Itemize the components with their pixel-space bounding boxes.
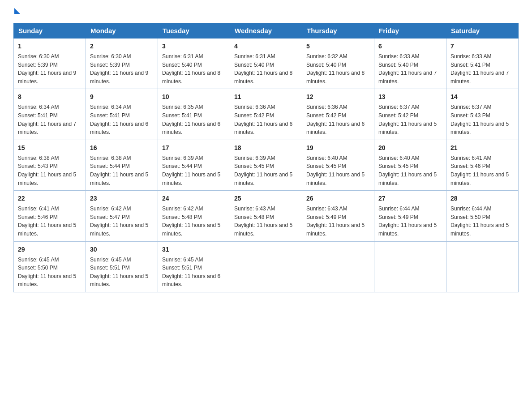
calendar-header-sunday: Sunday [14,23,86,39]
day-number: 1 [18,42,82,51]
page-header [13,9,519,15]
day-number: 16 [90,143,154,153]
day-info: Sunrise: 6:42 AMSunset: 5:47 PMDaylight:… [90,205,154,238]
calendar-week-row: 15Sunrise: 6:38 AMSunset: 5:43 PMDayligh… [14,140,519,190]
day-info: Sunrise: 6:37 AMSunset: 5:43 PMDaylight:… [450,103,514,136]
day-info: Sunrise: 6:37 AMSunset: 5:42 PMDaylight:… [378,103,442,136]
day-number: 11 [234,92,298,102]
calendar-cell: 14Sunrise: 6:37 AMSunset: 5:43 PMDayligh… [446,89,519,140]
day-number: 21 [450,143,514,153]
day-number: 25 [234,194,298,203]
calendar-header-saturday: Saturday [446,23,519,39]
day-info: Sunrise: 6:42 AMSunset: 5:48 PMDaylight:… [162,205,226,238]
calendar-cell: 11Sunrise: 6:36 AMSunset: 5:42 PMDayligh… [230,89,302,140]
calendar-header-friday: Friday [374,23,446,39]
day-info: Sunrise: 6:43 AMSunset: 5:49 PMDaylight:… [306,205,370,238]
day-number: 6 [378,42,442,51]
day-number: 23 [90,194,154,203]
day-number: 3 [162,42,226,51]
day-info: Sunrise: 6:31 AMSunset: 5:40 PMDaylight:… [234,52,298,86]
calendar-cell: 15Sunrise: 6:38 AMSunset: 5:43 PMDayligh… [14,140,86,190]
calendar-cell: 23Sunrise: 6:42 AMSunset: 5:47 PMDayligh… [86,191,158,241]
day-info: Sunrise: 6:41 AMSunset: 5:46 PMDaylight:… [450,154,514,187]
logo [13,9,20,15]
day-number: 15 [18,143,82,153]
day-info: Sunrise: 6:35 AMSunset: 5:41 PMDaylight:… [162,103,226,136]
day-number: 18 [234,143,298,153]
day-info: Sunrise: 6:45 AMSunset: 5:51 PMDaylight:… [162,256,226,289]
calendar-header-tuesday: Tuesday [158,23,230,39]
day-info: Sunrise: 6:39 AMSunset: 5:45 PMDaylight:… [234,154,298,187]
calendar-week-row: 8Sunrise: 6:34 AMSunset: 5:41 PMDaylight… [14,89,519,140]
calendar-cell: 29Sunrise: 6:45 AMSunset: 5:50 PMDayligh… [14,241,86,292]
day-info: Sunrise: 6:34 AMSunset: 5:41 PMDaylight:… [18,103,82,136]
logo-triangle-icon [14,8,20,14]
calendar-cell: 18Sunrise: 6:39 AMSunset: 5:45 PMDayligh… [230,140,302,190]
calendar-cell [302,241,374,292]
day-number: 7 [450,42,514,51]
calendar-cell: 9Sunrise: 6:34 AMSunset: 5:41 PMDaylight… [86,89,158,140]
calendar-header-thursday: Thursday [302,23,374,39]
day-number: 2 [90,42,154,51]
calendar-week-row: 29Sunrise: 6:45 AMSunset: 5:50 PMDayligh… [14,241,519,292]
day-number: 13 [378,92,442,102]
calendar-cell: 1Sunrise: 6:30 AMSunset: 5:39 PMDaylight… [14,39,86,89]
day-info: Sunrise: 6:40 AMSunset: 5:45 PMDaylight:… [306,154,370,187]
day-info: Sunrise: 6:45 AMSunset: 5:50 PMDaylight:… [18,256,82,289]
calendar-cell: 4Sunrise: 6:31 AMSunset: 5:40 PMDaylight… [230,39,302,89]
calendar-header-monday: Monday [86,23,158,39]
day-info: Sunrise: 6:32 AMSunset: 5:40 PMDaylight:… [306,52,370,86]
calendar-cell: 27Sunrise: 6:44 AMSunset: 5:49 PMDayligh… [374,191,446,241]
day-info: Sunrise: 6:30 AMSunset: 5:39 PMDaylight:… [18,52,82,86]
day-info: Sunrise: 6:36 AMSunset: 5:42 PMDaylight:… [306,103,370,136]
calendar-cell: 28Sunrise: 6:44 AMSunset: 5:50 PMDayligh… [446,191,519,241]
calendar-cell: 2Sunrise: 6:30 AMSunset: 5:39 PMDaylight… [86,39,158,89]
day-info: Sunrise: 6:38 AMSunset: 5:44 PMDaylight:… [90,154,154,187]
calendar-cell [374,241,446,292]
calendar-cell: 21Sunrise: 6:41 AMSunset: 5:46 PMDayligh… [446,140,519,190]
calendar-cell: 22Sunrise: 6:41 AMSunset: 5:46 PMDayligh… [14,191,86,241]
day-info: Sunrise: 6:31 AMSunset: 5:40 PMDaylight:… [162,52,226,86]
day-number: 5 [306,42,370,51]
day-info: Sunrise: 6:43 AMSunset: 5:48 PMDaylight:… [234,205,298,238]
day-number: 12 [306,92,370,102]
calendar-body: 1Sunrise: 6:30 AMSunset: 5:39 PMDaylight… [14,39,519,292]
calendar-cell: 26Sunrise: 6:43 AMSunset: 5:49 PMDayligh… [302,191,374,241]
day-number: 27 [378,194,442,203]
calendar-cell: 7Sunrise: 6:33 AMSunset: 5:41 PMDaylight… [446,39,519,89]
calendar-cell [446,241,519,292]
calendar-cell: 20Sunrise: 6:40 AMSunset: 5:45 PMDayligh… [374,140,446,190]
calendar-table: SundayMondayTuesdayWednesdayThursdayFrid… [13,23,519,292]
day-info: Sunrise: 6:41 AMSunset: 5:46 PMDaylight:… [18,205,82,238]
day-info: Sunrise: 6:45 AMSunset: 5:51 PMDaylight:… [90,256,154,289]
day-number: 29 [18,245,82,254]
day-info: Sunrise: 6:36 AMSunset: 5:42 PMDaylight:… [234,103,298,136]
day-number: 26 [306,194,370,203]
day-info: Sunrise: 6:40 AMSunset: 5:45 PMDaylight:… [378,154,442,187]
day-number: 24 [162,194,226,203]
day-info: Sunrise: 6:44 AMSunset: 5:49 PMDaylight:… [378,205,442,238]
calendar-cell: 24Sunrise: 6:42 AMSunset: 5:48 PMDayligh… [158,191,230,241]
calendar-week-row: 1Sunrise: 6:30 AMSunset: 5:39 PMDaylight… [14,39,519,89]
day-info: Sunrise: 6:33 AMSunset: 5:40 PMDaylight:… [378,52,442,86]
day-number: 30 [90,245,154,254]
day-number: 22 [18,194,82,203]
day-number: 19 [306,143,370,153]
calendar-cell: 13Sunrise: 6:37 AMSunset: 5:42 PMDayligh… [374,89,446,140]
day-info: Sunrise: 6:44 AMSunset: 5:50 PMDaylight:… [450,205,514,238]
calendar-cell: 16Sunrise: 6:38 AMSunset: 5:44 PMDayligh… [86,140,158,190]
day-info: Sunrise: 6:30 AMSunset: 5:39 PMDaylight:… [90,52,154,86]
day-info: Sunrise: 6:39 AMSunset: 5:44 PMDaylight:… [162,154,226,187]
calendar-week-row: 22Sunrise: 6:41 AMSunset: 5:46 PMDayligh… [14,191,519,241]
calendar-header-wednesday: Wednesday [230,23,302,39]
day-number: 10 [162,92,226,102]
calendar-cell: 5Sunrise: 6:32 AMSunset: 5:40 PMDaylight… [302,39,374,89]
calendar-cell: 6Sunrise: 6:33 AMSunset: 5:40 PMDaylight… [374,39,446,89]
day-number: 4 [234,42,298,51]
calendar-cell: 25Sunrise: 6:43 AMSunset: 5:48 PMDayligh… [230,191,302,241]
calendar-header-row: SundayMondayTuesdayWednesdayThursdayFrid… [14,23,519,39]
calendar-cell: 10Sunrise: 6:35 AMSunset: 5:41 PMDayligh… [158,89,230,140]
day-info: Sunrise: 6:34 AMSunset: 5:41 PMDaylight:… [90,103,154,136]
calendar-cell: 17Sunrise: 6:39 AMSunset: 5:44 PMDayligh… [158,140,230,190]
day-info: Sunrise: 6:33 AMSunset: 5:41 PMDaylight:… [450,52,514,86]
